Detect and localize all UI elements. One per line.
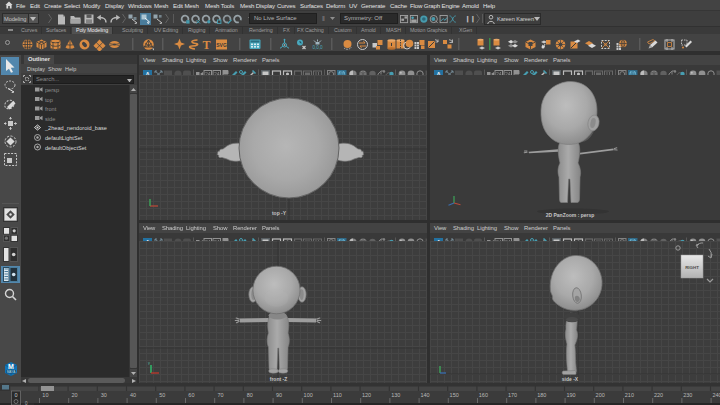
svg-text:RIGHT: RIGHT — [685, 265, 699, 270]
svg-text:170: 170 — [508, 392, 517, 398]
svg-text:0: 0 — [14, 392, 17, 398]
svg-text:160: 160 — [479, 392, 488, 398]
svg-text:side -X: side -X — [562, 376, 579, 382]
svg-text:MAYA: MAYA — [7, 370, 16, 374]
svg-text:front: front — [45, 106, 57, 112]
svg-text:110: 110 — [333, 392, 342, 398]
svg-text:90: 90 — [276, 392, 282, 398]
svg-text:M: M — [8, 363, 14, 370]
svg-text:190: 190 — [566, 392, 575, 398]
svg-text:140: 140 — [420, 392, 429, 398]
svg-text:80: 80 — [247, 392, 253, 398]
svg-text:20: 20 — [72, 392, 78, 398]
svg-text:front -Z: front -Z — [270, 376, 288, 382]
svg-text:side: side — [45, 115, 55, 121]
svg-text:50: 50 — [159, 392, 165, 398]
svg-text:_2head_nendoroid_base: _2head_nendoroid_base — [44, 125, 107, 131]
svg-text:120: 120 — [362, 392, 371, 398]
svg-text:200: 200 — [596, 392, 605, 398]
svg-text:30: 30 — [101, 392, 107, 398]
svg-text:60: 60 — [188, 392, 194, 398]
svg-text:130: 130 — [391, 392, 400, 398]
svg-text:70: 70 — [218, 392, 224, 398]
svg-text:220: 220 — [654, 392, 663, 398]
svg-text:defaultLightSet: defaultLightSet — [45, 135, 83, 141]
svg-text:230: 230 — [683, 392, 692, 398]
svg-text:240: 240 — [712, 392, 720, 398]
svg-text:2D PanZoom : persp: 2D PanZoom : persp — [546, 212, 595, 218]
svg-text:180: 180 — [537, 392, 546, 398]
svg-text:10: 10 — [42, 392, 48, 398]
svg-text:persp: persp — [45, 87, 59, 93]
svg-text:top -Y: top -Y — [272, 210, 287, 216]
svg-text:100: 100 — [304, 392, 313, 398]
svg-text:top: top — [45, 96, 53, 102]
svg-text:150: 150 — [450, 392, 459, 398]
svg-text:y: y — [148, 360, 150, 365]
svg-text:210: 210 — [625, 392, 634, 398]
svg-text:40: 40 — [130, 392, 136, 398]
svg-text:defaultObjectSet: defaultObjectSet — [45, 144, 87, 150]
